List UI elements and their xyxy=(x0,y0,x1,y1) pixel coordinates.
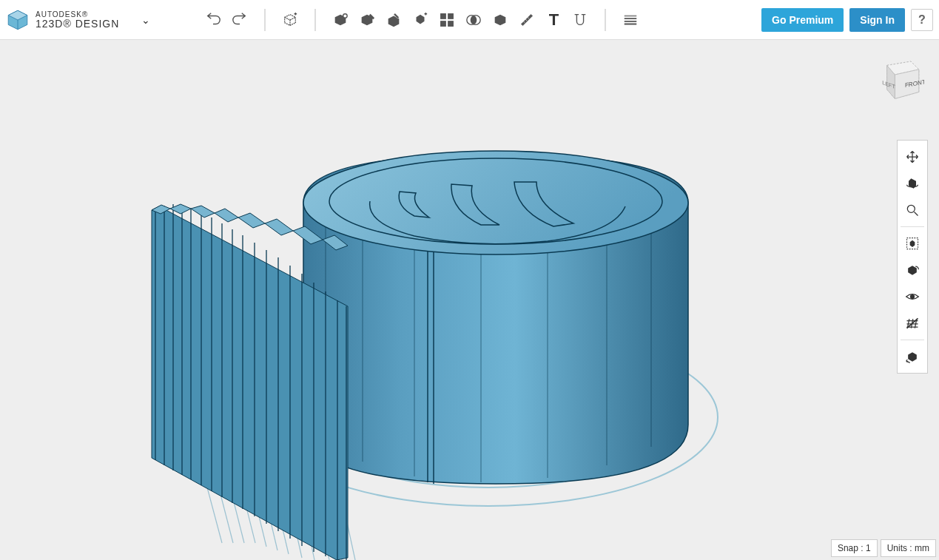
svg-line-40 xyxy=(915,212,918,216)
undo-button[interactable] xyxy=(202,9,224,31)
svg-point-33 xyxy=(303,151,688,254)
svg-point-42 xyxy=(911,295,915,299)
svg-rect-6 xyxy=(441,21,445,25)
primitives-button[interactable] xyxy=(279,9,301,31)
units-status[interactable]: Units : mm xyxy=(881,539,936,557)
main-menu-dropdown[interactable]: ⌄ xyxy=(141,14,150,26)
sign-in-button[interactable]: Sign In xyxy=(849,8,905,32)
modify-button[interactable] xyxy=(383,9,405,31)
help-button[interactable]: ? xyxy=(911,9,933,31)
measure-button[interactable] xyxy=(516,9,538,31)
snap-status[interactable]: Snap : 1 xyxy=(831,539,878,557)
svg-point-39 xyxy=(907,205,915,212)
app-logo-icon xyxy=(6,8,30,32)
svg-rect-4 xyxy=(441,13,445,18)
snap-ground-button[interactable] xyxy=(901,345,924,368)
fit-button[interactable] xyxy=(901,232,924,255)
account-buttons: Go Premium Sign In ? xyxy=(761,8,933,32)
brand-label: AUTODESK® xyxy=(36,11,119,18)
top-toolbar: AUTODESK® 123D® DESIGN ⌄ T Go Premium Si… xyxy=(0,0,939,40)
shaded-button[interactable] xyxy=(901,258,924,282)
viewport[interactable]: LEFT FRONT Snap : 1 Units : mm xyxy=(0,40,939,560)
pan-button[interactable] xyxy=(901,145,924,169)
material-button[interactable] xyxy=(619,9,642,31)
view-cube[interactable]: LEFT FRONT xyxy=(871,55,924,108)
scene-content xyxy=(0,40,939,560)
text-button[interactable]: T xyxy=(542,9,565,31)
status-bar: Snap : 1 Units : mm xyxy=(831,539,936,557)
main-toolbar: T xyxy=(202,9,642,31)
svg-rect-7 xyxy=(448,21,453,25)
grouping-button[interactable] xyxy=(436,9,458,31)
combine-button[interactable] xyxy=(462,9,485,31)
snap-button[interactable] xyxy=(569,9,591,31)
app-label: 123D® DESIGN xyxy=(36,18,119,29)
redo-button[interactable] xyxy=(229,9,251,31)
grid-toggle-button[interactable] xyxy=(901,311,924,335)
svg-point-3 xyxy=(343,13,348,18)
go-premium-button[interactable]: Go Premium xyxy=(761,8,844,32)
sketch-button[interactable] xyxy=(329,9,351,31)
construct-button[interactable] xyxy=(356,9,378,31)
orbit-button[interactable] xyxy=(901,172,924,195)
navigation-toolbar xyxy=(897,140,928,374)
visibility-button[interactable] xyxy=(901,285,924,308)
transform-button[interactable] xyxy=(489,9,511,31)
svg-rect-5 xyxy=(448,13,453,18)
pattern-button[interactable] xyxy=(409,9,431,31)
zoom-button[interactable] xyxy=(901,198,924,222)
logo[interactable]: AUTODESK® 123D® DESIGN xyxy=(6,8,119,32)
